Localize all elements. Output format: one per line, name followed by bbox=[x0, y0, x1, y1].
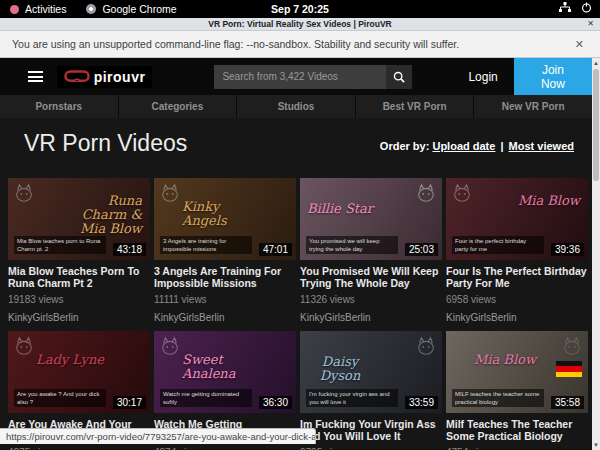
duration-badge: 47:01 bbox=[259, 243, 292, 256]
video-studio-link[interactable]: KinkyGirlsBerlin bbox=[300, 312, 442, 323]
video-thumbnail[interactable]: Mia Blow MILF teaches the teacher some p… bbox=[446, 331, 588, 413]
thumbnail-caption: Are you awake ? And your dick also ? bbox=[14, 389, 106, 407]
duration-badge: 25:03 bbox=[405, 243, 438, 256]
vr-goggles-icon bbox=[64, 69, 90, 84]
duration-badge: 35:58 bbox=[551, 396, 584, 409]
duration-badge: 39:36 bbox=[551, 243, 584, 256]
thumbnail-overlay-title: Daisy Dyson bbox=[300, 355, 380, 383]
thumbnail-overlay-title: Lady Lyne bbox=[36, 353, 104, 367]
studio-mask-icon bbox=[159, 182, 181, 204]
order-upload-date-link[interactable]: Upload date bbox=[432, 140, 495, 152]
site-logo[interactable]: pirouvr bbox=[57, 66, 153, 88]
thumbnail-overlay-title: Kinky Angels bbox=[182, 200, 262, 228]
thumbnail-overlay-title: Mia Blow bbox=[474, 353, 536, 367]
video-grid: Runa Charm & Mia Blow Mia Blow teaches p… bbox=[8, 178, 588, 450]
browser-tab-title[interactable]: VR Porn: Virtual Reality Sex Videos | Pi… bbox=[0, 19, 600, 29]
infobar-close-icon[interactable]: ✕ bbox=[575, 38, 584, 51]
tab-close-icon[interactable]: ✕ bbox=[587, 19, 594, 28]
video-studio-link[interactable]: KinkyGirlsBerlin bbox=[8, 312, 150, 323]
video-card: Mia Blow MILF teaches the teacher some p… bbox=[446, 331, 588, 450]
studio-mask-icon bbox=[415, 182, 437, 204]
site-header: pirouvr Login Join Now bbox=[0, 58, 592, 95]
infobar-message: You are using an unsupported command-lin… bbox=[12, 38, 459, 50]
scroll-up-icon[interactable]: ▲ bbox=[592, 58, 600, 68]
scrollbar-thumb[interactable] bbox=[593, 69, 599, 181]
video-views: 19183 views bbox=[8, 294, 150, 305]
join-now-button[interactable]: Join Now bbox=[514, 58, 592, 97]
web-page: pirouvr Login Join Now Pornstars Categor… bbox=[0, 58, 592, 450]
search-icon bbox=[393, 71, 405, 83]
video-thumbnail[interactable]: Runa Charm & Mia Blow Mia Blow teaches p… bbox=[8, 178, 150, 260]
duration-badge: 36:30 bbox=[259, 396, 292, 409]
duration-badge: 33:59 bbox=[405, 396, 438, 409]
power-icon[interactable] bbox=[581, 2, 592, 13]
video-card: Billie Star You promised we will keep tr… bbox=[300, 178, 442, 323]
video-thumbnail[interactable]: Kinky Angels 3 Angels are training for i… bbox=[154, 178, 296, 260]
site-nav: Pornstars Categories Studios Best VR Por… bbox=[0, 95, 592, 118]
video-title[interactable]: Mia Blow Teaches Porn To Runa Charm Pt 2 bbox=[8, 265, 150, 289]
german-flag bbox=[556, 361, 582, 377]
video-thumbnail[interactable]: Daisy Dyson I'm fucking your virgin ass … bbox=[300, 331, 442, 413]
thumbnail-caption: You promised we will keep trying the who… bbox=[306, 236, 398, 254]
video-thumbnail[interactable]: Sweet Analena Watch me getting dominated… bbox=[154, 331, 296, 413]
video-card: Daisy Dyson I'm fucking your virgin ass … bbox=[300, 331, 442, 450]
nav-item-studios[interactable]: Studios bbox=[236, 95, 355, 118]
nav-item-pornstars[interactable]: Pornstars bbox=[0, 95, 118, 118]
page-scrollbar[interactable]: ▲ ▼ bbox=[592, 58, 600, 450]
video-card: Mia Blow Four is the perfect birthday pa… bbox=[446, 178, 588, 323]
video-title[interactable]: Im Fucking Your Virgin Ass And You Will … bbox=[300, 418, 442, 442]
video-views: 11111 views bbox=[154, 294, 296, 305]
video-card: Runa Charm & Mia Blow Mia Blow teaches p… bbox=[8, 178, 150, 323]
thumbnail-overlay-title: Sweet Analena bbox=[182, 353, 262, 381]
desktop-screen: Activities Google Chrome Sep 7 20:25 VR … bbox=[0, 0, 600, 450]
studio-mask-icon bbox=[415, 335, 437, 357]
duration-badge: 30:17 bbox=[113, 396, 146, 409]
thumbnail-overlay-title: Mia Blow bbox=[518, 194, 580, 208]
nav-item-best-vr[interactable]: Best VR Porn bbox=[355, 95, 474, 118]
video-studio-link[interactable]: KinkyGirlsBerlin bbox=[154, 312, 296, 323]
video-title[interactable]: You Promised We Will Keep Trying The Who… bbox=[300, 265, 442, 289]
nav-item-categories[interactable]: Categories bbox=[118, 95, 237, 118]
thumbnail-caption: I'm fucking your virgin ass and you will… bbox=[306, 389, 398, 407]
video-thumbnail[interactable]: Mia Blow Four is the perfect birthday pa… bbox=[446, 178, 588, 260]
thumbnail-overlay-title: Runa Charm & Mia Blow bbox=[62, 194, 142, 236]
nav-item-new-vr[interactable]: New VR Porn bbox=[473, 95, 592, 118]
order-most-viewed-link[interactable]: Most viewed bbox=[509, 140, 574, 152]
chrome-infobar: You are using an unsupported command-lin… bbox=[0, 31, 600, 58]
duration-badge: 43:18 bbox=[113, 243, 146, 256]
thumbnail-caption: 3 Angels are training for impossible mis… bbox=[160, 236, 252, 254]
search-bar bbox=[214, 65, 412, 89]
video-studio-link[interactable]: KinkyGirlsBerlin bbox=[446, 312, 588, 323]
site-logo-text: pirouvr bbox=[94, 69, 146, 85]
video-title[interactable]: 3 Angels Are Training For Impossible Mis… bbox=[154, 265, 296, 289]
hamburger-menu-icon[interactable] bbox=[28, 69, 43, 85]
search-input[interactable] bbox=[214, 65, 386, 89]
thumbnail-overlay-title: Billie Star bbox=[300, 202, 380, 216]
video-thumbnail[interactable]: Billie Star You promised we will keep tr… bbox=[300, 178, 442, 260]
video-thumbnail[interactable]: Lady Lyne Are you awake ? And your dick … bbox=[8, 331, 150, 413]
video-views: 11326 views bbox=[300, 294, 442, 305]
studio-mask-icon bbox=[13, 335, 35, 357]
video-card: Kinky Angels 3 Angels are training for i… bbox=[154, 178, 296, 323]
search-button[interactable] bbox=[386, 65, 412, 89]
studio-mask-icon bbox=[159, 335, 181, 357]
network-icon[interactable] bbox=[559, 2, 571, 13]
studio-mask-icon bbox=[561, 335, 583, 357]
order-by-label: Order by: bbox=[380, 140, 430, 152]
order-by-controls: Order by: Upload date | Most viewed bbox=[380, 140, 574, 152]
video-views: 6958 views bbox=[446, 294, 588, 305]
browser-tab-strip: VR Porn: Virtual Reality Sex Videos | Pi… bbox=[0, 18, 600, 31]
thumbnail-caption: Watch me getting dominated softly bbox=[160, 389, 252, 407]
studio-mask-icon bbox=[13, 182, 35, 204]
thumbnail-caption: Mia Blow teaches porn to Runa Charm pt. … bbox=[14, 236, 106, 254]
video-title[interactable]: Milf Teaches The Teacher Some Practical … bbox=[446, 418, 588, 442]
page-title: VR Porn Videos bbox=[24, 130, 187, 157]
video-title[interactable]: Four Is The Perfect Birthday Party For M… bbox=[446, 265, 588, 289]
status-url-bubble: https://pirouvr.com/vr-porn-video/779325… bbox=[0, 428, 316, 444]
scroll-down-icon[interactable]: ▼ bbox=[592, 440, 600, 450]
studio-mask-icon bbox=[451, 182, 473, 204]
page-heading-row: VR Porn Videos Order by: Upload date | M… bbox=[0, 118, 592, 178]
login-link[interactable]: Login bbox=[468, 70, 497, 84]
thumbnail-caption: MILF teaches the teacher some practical … bbox=[452, 389, 544, 407]
system-clock[interactable]: Sep 7 20:25 bbox=[0, 3, 600, 15]
